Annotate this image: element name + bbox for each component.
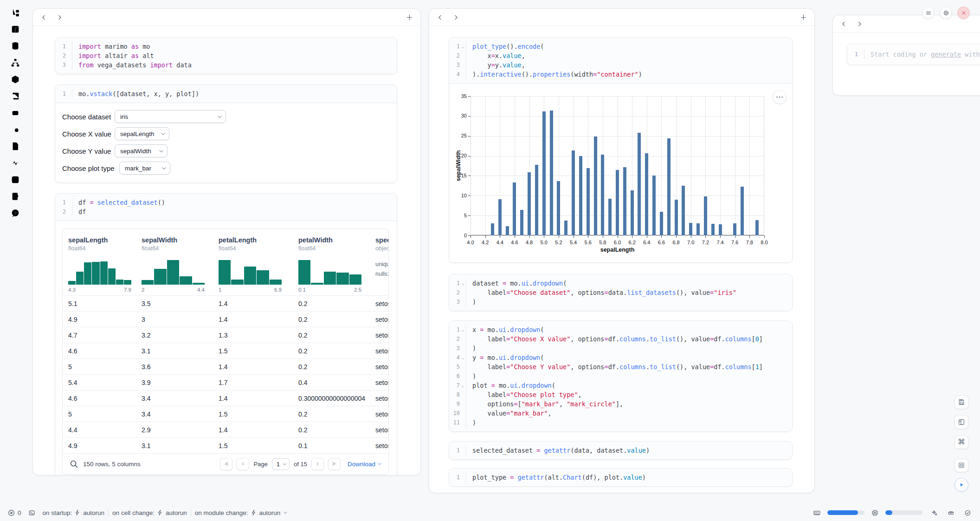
more-options-icon [774,92,785,102]
line-number: 3 [63,60,66,70]
file-tree-icon[interactable] [10,7,20,18]
dropdown-select[interactable]: mark_bar [119,162,170,175]
dropdown-select[interactable]: iris [115,110,226,123]
help-icon[interactable]: ? [10,208,20,218]
copilot-button[interactable] [946,508,956,518]
table-column-header[interactable]: speciesobjectunique:nulls: [375,236,389,293]
runtime-setting-item[interactable]: on module change:autorun [195,509,289,516]
gridline [471,96,764,97]
table-column-header[interactable]: sepalWidthfloat6424.4 [142,236,219,293]
x-tick-label: 7.6 [731,240,738,245]
table-row[interactable]: 4.93.11.50.1setosa [63,437,388,453]
dropdown-value: iris [120,113,128,120]
dropdown-select[interactable]: sepalLength [115,127,169,140]
document-icon[interactable] [10,141,20,151]
code-editor[interactable]: 1⌄plot_type = getattr(alt.Chart(df), plo… [449,469,792,486]
database-icon[interactable] [10,41,20,51]
fold-caret-icon[interactable]: ⌄ [460,381,466,390]
layout-button[interactable] [954,415,968,429]
runtime-setting-item[interactable]: on startup:autorun [43,509,105,516]
code-editor[interactable]: 1⌄x = mo.ui.dropdown(2⌄ label="Choose X … [449,321,792,431]
table-row[interactable]: 4.931.40.2setosa [63,311,388,327]
save-button[interactable] [954,395,968,409]
fold-caret-icon[interactable]: ⌄ [460,279,466,288]
table-row[interactable]: 5.43.91.70.4setosa [63,374,388,390]
column-prev-button[interactable] [436,13,444,21]
close-panel-button[interactable] [957,7,970,19]
fold-caret-icon[interactable]: ⌄ [460,353,466,362]
dropdown-select[interactable]: sepalWidth [115,144,168,157]
snippet-icon[interactable] [10,175,20,185]
column-prev-button[interactable] [839,20,848,28]
chevron-down-icon [282,462,287,467]
ai-assist-button[interactable] [929,508,939,518]
code-line: 7⌄plot = mo.ui.dropdown( [449,381,792,390]
table-cell: 1.4 [219,395,298,402]
table-row[interactable]: 53.61.40.2setosa [63,358,388,374]
code-placeholder[interactable]: Start coding or generate with AI [864,50,980,59]
error-indicator[interactable]: 0 [7,509,21,517]
axis-tick [588,235,588,238]
package-icon[interactable] [10,74,20,85]
dependency-graph-icon[interactable] [10,58,20,68]
last-page-button[interactable] [328,458,341,470]
fold-caret-icon[interactable]: ⌄ [460,325,466,334]
table-row[interactable]: 4.73.21.30.2setosa [63,327,388,343]
scratchpad-frame-button[interactable] [954,458,968,472]
table-cell: 1.5 [219,347,298,355]
prev-page-button[interactable] [237,458,249,470]
chart-bar [608,199,612,235]
page-select[interactable]: 1 [272,458,290,470]
x-tick-label: 7.2 [702,240,709,245]
code-editor[interactable]: 1⌄mo.vstack([dataset, x, y, plot]) [55,85,397,103]
chevron-right-icon [56,14,63,21]
table-row[interactable]: 4.63.11.50.2setosa [63,343,388,358]
log-search-icon[interactable] [10,124,20,135]
code-line: 2⌄import altair as alt [55,51,397,60]
chart-options-button[interactable] [773,90,787,104]
terminal-button[interactable] [27,508,37,518]
axis-tick [676,235,677,238]
empty-code-cell[interactable]: 1⌄ Start coding or generate with AI [847,44,980,65]
add-cell-button[interactable] [405,13,414,22]
fold-caret-icon[interactable]: ⌄ [460,42,466,51]
runtime-setting-item[interactable]: on cell change:autorun [112,509,187,516]
table-row[interactable]: 5.13.51.40.2setosa [63,295,388,311]
settings-button[interactable] [940,7,952,19]
axis-tick [468,156,471,156]
column-type: float64 [219,245,298,253]
first-page-button[interactable] [220,458,232,470]
line-number-gutter: 11⌄ [449,418,466,427]
table-column-header[interactable]: petalLengthfloat6416.9 [219,236,298,293]
download-button[interactable]: Download [348,461,382,468]
run-button[interactable] [954,478,968,492]
table-column-header[interactable]: petalWidthfloat640.12.5 [298,236,375,293]
generate-link[interactable]: generate [931,51,961,58]
code-editor[interactable]: 1⌄dataset = mo.ui.dropdown(2⌄ label="Cho… [449,274,792,311]
gridline [735,97,735,235]
menu-button[interactable] [922,7,935,19]
column-next-button[interactable] [855,20,864,28]
scratchpad-icon[interactable] [10,191,20,202]
column-prev-button[interactable] [39,13,48,21]
next-page-button[interactable] [311,458,324,470]
function-square-icon[interactable]: f [10,24,20,34]
table-row[interactable]: 53.41.50.2setosa [63,406,388,422]
table-column-header[interactable]: sepalLengthfloat644.37.9 [68,236,142,293]
range-max: 7.9 [124,287,131,293]
table-row[interactable]: 4.63.41.40.30000000000000004setosa [63,390,388,406]
code-editor[interactable]: 1⌄df = selected_dataset()2⌄df [55,194,397,221]
chatbot-icon[interactable] [10,108,20,118]
column-next-button[interactable] [451,13,460,21]
script-icon[interactable] [10,91,20,101]
add-cell-button[interactable] [799,13,808,22]
table-row[interactable]: 4.42.91.40.2setosa [63,422,388,437]
keyboard-shortcuts-button[interactable]: ⌘ [954,435,968,449]
connection-status-button[interactable] [962,508,973,518]
chart-bar [550,111,553,235]
code-editor[interactable]: 1⌄plot_type().encode(2⌄ x=x.value,3⌄ y=y… [449,38,792,83]
code-editor[interactable]: 1⌄import marimo as mo2⌄import altair as … [55,38,397,74]
column-next-button[interactable] [55,13,64,21]
code-editor[interactable]: 1⌄selected_dataset = getattr(data, datas… [449,442,792,459]
activity-icon[interactable] [10,158,20,168]
